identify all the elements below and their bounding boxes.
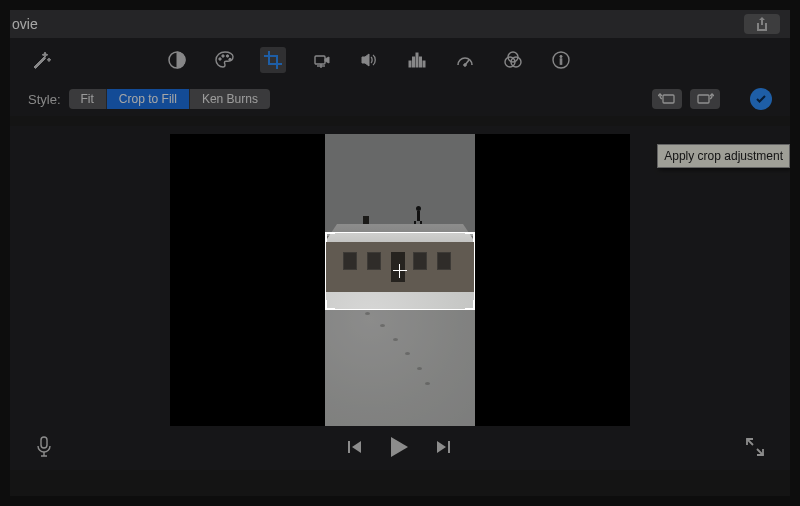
svg-point-1 [219,58,221,60]
previous-frame-button[interactable] [347,439,363,459]
svg-rect-18 [663,95,674,103]
microphone-icon [36,436,52,458]
crop-handle-bl[interactable] [325,300,335,310]
next-icon [435,439,451,455]
crop-center-cross [393,264,407,278]
fullscreen-button[interactable] [746,438,764,460]
color-balance-button[interactable] [164,47,190,73]
crop-rectangle[interactable] [325,232,475,310]
volume-button[interactable] [356,47,382,73]
window-title: ovie [10,16,38,32]
svg-point-3 [226,55,228,57]
svg-rect-17 [560,59,562,65]
style-option-crop-to-fill[interactable]: Crop to Fill [107,89,190,109]
svg-rect-20 [41,437,47,448]
camera-stabilize-icon [312,51,330,69]
crop-handle-tl[interactable] [325,232,335,242]
rotate-cw-button[interactable] [690,89,720,109]
color-palette-icon [215,51,235,69]
rotate-ccw-icon [658,93,676,105]
style-option-fit[interactable]: Fit [69,89,107,109]
svg-point-2 [222,55,224,57]
noise-reduction-button[interactable] [404,47,430,73]
share-icon [756,17,768,31]
svg-rect-8 [416,53,418,67]
volume-icon [360,51,378,69]
apply-crop-tooltip: Apply crop adjustment [657,144,790,168]
stabilization-button[interactable] [308,47,334,73]
next-frame-button[interactable] [435,439,451,459]
speed-gauge-icon [456,51,474,69]
rotate-cw-icon [696,93,714,105]
voiceover-button[interactable] [36,436,52,462]
speed-button[interactable] [452,47,478,73]
previous-icon [347,439,363,455]
style-label: Style: [28,92,61,107]
title-bar: ovie [10,10,790,38]
color-filter-button[interactable] [500,47,526,73]
svg-rect-10 [423,61,425,67]
checkmark-icon [755,93,767,105]
info-icon [552,51,570,69]
magic-wand-icon [31,50,51,70]
playback-controls [10,426,790,464]
color-filter-icon [503,51,523,69]
svg-point-4 [229,58,231,60]
svg-rect-22 [448,441,450,453]
crop-button[interactable] [260,47,286,73]
magic-wand-button[interactable] [28,47,54,73]
svg-point-16 [560,55,562,57]
play-icon [389,436,409,458]
svg-rect-21 [348,441,350,453]
preview-viewer [10,126,790,470]
preview-canvas[interactable] [170,134,630,426]
crop-icon [264,51,282,69]
crop-handle-br[interactable] [465,300,475,310]
rotate-ccw-button[interactable] [652,89,682,109]
play-button[interactable] [389,436,409,462]
style-segmented-control: Fit Crop to Fill Ken Burns [69,89,270,109]
preview-clip [325,134,475,426]
contrast-icon [168,51,186,69]
svg-rect-7 [413,57,415,67]
fullscreen-icon [746,438,764,456]
adjust-toolbar [10,38,790,82]
crop-handle-tr[interactable] [465,232,475,242]
info-button[interactable] [548,47,574,73]
svg-rect-5 [315,56,325,64]
equalizer-icon [408,51,426,69]
svg-rect-9 [420,57,422,67]
svg-rect-19 [698,95,709,103]
color-correction-button[interactable] [212,47,238,73]
apply-crop-button[interactable] [750,88,772,110]
share-button[interactable] [744,14,780,34]
style-option-ken-burns[interactable]: Ken Burns [190,89,270,109]
svg-rect-6 [409,61,411,67]
crop-style-bar: Style: Fit Crop to Fill Ken Burns [10,82,790,116]
